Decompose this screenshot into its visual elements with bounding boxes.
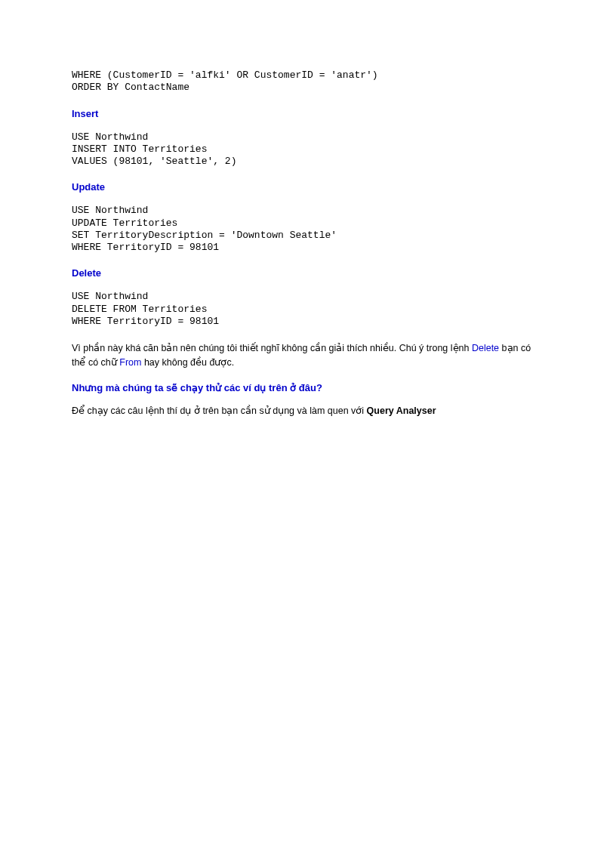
para2-pre: Ðể chạy các câu lệnh thí dụ ở trên bạn c…: [72, 405, 367, 416]
para1-post: hay không đều được.: [141, 357, 234, 368]
update-code: USE Northwind UPDATE Territories SET Ter…: [72, 205, 544, 254]
delete-heading: Delete: [72, 267, 544, 279]
where-orderby-code: WHERE (CustomerID = 'alfki' OR CustomerI…: [72, 69, 544, 94]
delete-code: USE Northwind DELETE FROM Territories WH…: [72, 291, 544, 328]
para1-pre: Vì phần này khá căn bản nên chúng tôi th…: [72, 343, 472, 353]
delete-keyword: Delete: [472, 343, 499, 353]
insert-heading: Insert: [72, 108, 544, 119]
query-analyser-paragraph: Ðể chạy các câu lệnh thí dụ ở trên bạn c…: [72, 404, 544, 418]
from-keyword: From: [119, 357, 141, 368]
query-analyser-term: Query Analyser: [367, 405, 436, 416]
explanation-paragraph: Vì phần này khá căn bản nên chúng tôi th…: [72, 341, 544, 370]
insert-code: USE Northwind INSERT INTO Territories VA…: [72, 131, 544, 168]
update-heading: Update: [72, 181, 544, 193]
where-to-run-question: Nhưng mà chúng ta sẽ chạy thử các ví dụ …: [72, 382, 544, 393]
